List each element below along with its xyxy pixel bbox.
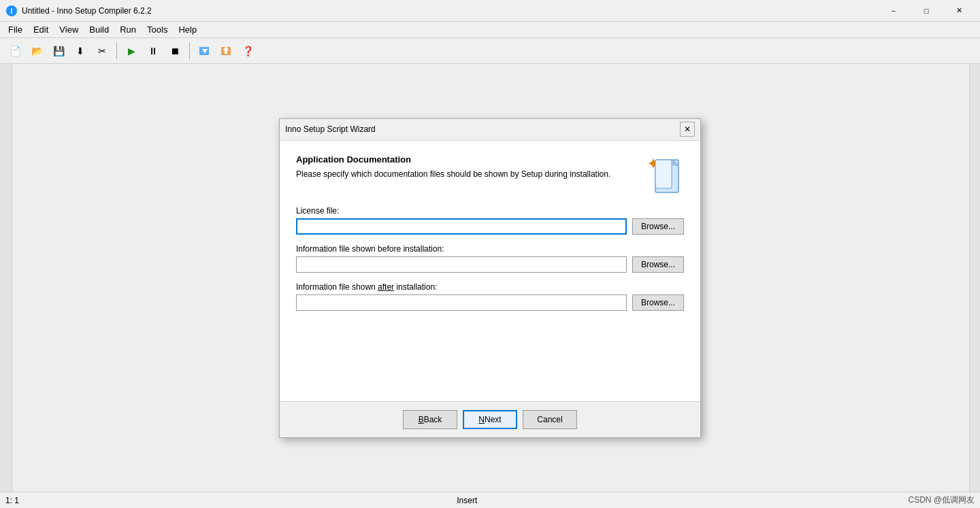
cursor-position: 1: 1 — [5, 496, 457, 505]
back-button[interactable]: BBack — [403, 410, 457, 429]
window-controls: − □ ✕ — [878, 0, 975, 22]
edit-mode: Insert — [457, 496, 908, 505]
dialog-content: Application Documentation Please specify… — [280, 141, 700, 401]
dialog-header: Application Documentation Please specify… — [296, 154, 684, 195]
dialog: Inno Setup Script Wizard ✕ Application D… — [279, 118, 701, 438]
toolbar-compile[interactable] — [195, 41, 214, 61]
toolbar-cut[interactable]: ✂ — [93, 41, 112, 61]
maximize-button[interactable]: □ — [911, 0, 942, 22]
after-label: Information file shown after installatio… — [296, 282, 684, 292]
toolbar-save[interactable]: 💾 — [49, 41, 68, 61]
toolbar-help[interactable]: ❓ — [238, 41, 257, 61]
menu-help[interactable]: Help — [173, 23, 202, 36]
dialog-close-button[interactable]: ✕ — [680, 122, 695, 137]
svg-rect-6 — [225, 50, 227, 54]
toolbar-saveas[interactable]: ⬇ — [71, 41, 90, 61]
main-area: Inno Setup Script Wizard ✕ Application D… — [0, 64, 980, 492]
toolbar-pause[interactable]: ⏸ — [144, 41, 163, 61]
after-input[interactable] — [296, 294, 627, 311]
minimize-button[interactable]: − — [878, 0, 909, 22]
license-field-group: License file: Browse... — [296, 206, 684, 235]
toolbar-open[interactable]: 📂 — [27, 41, 46, 61]
license-label: License file: — [296, 206, 684, 216]
title-bar: I Untitled - Inno Setup Compiler 6.2.2 −… — [0, 0, 980, 22]
dialog-title: Inno Setup Script Wizard — [285, 124, 680, 134]
close-button[interactable]: ✕ — [943, 0, 975, 22]
before-input[interactable] — [296, 256, 627, 273]
dialog-description: Please specify which documentation files… — [296, 169, 647, 180]
toolbar-new[interactable]: 📄 — [5, 41, 24, 61]
doc-icon — [654, 158, 684, 195]
menu-edit[interactable]: Edit — [28, 23, 54, 36]
before-field-row: Browse... — [296, 256, 684, 273]
svg-text:I: I — [11, 7, 13, 15]
dialog-overlay: Inno Setup Script Wizard ✕ Application D… — [0, 64, 980, 492]
before-label: Information file shown before installati… — [296, 244, 684, 254]
next-button[interactable]: NNext — [463, 410, 517, 429]
svg-rect-8 — [655, 160, 672, 188]
browse2-button[interactable]: Browse... — [632, 256, 684, 273]
menu-bar: File Edit View Build Run Tools Help — [0, 22, 980, 38]
menu-run[interactable]: Run — [114, 23, 142, 36]
menu-view[interactable]: View — [54, 23, 84, 36]
license-field-row: Browse... — [296, 218, 684, 235]
app-icon: I — [5, 5, 18, 17]
after-field-row: Browse... — [296, 294, 684, 311]
dialog-header-text: Application Documentation Please specify… — [296, 154, 647, 180]
menu-build[interactable]: Build — [84, 23, 114, 36]
after-field-group: Information file shown after installatio… — [296, 282, 684, 311]
toolbar-upload[interactable] — [216, 41, 235, 61]
toolbar-separator-2 — [189, 43, 190, 59]
dialog-heading: Application Documentation — [296, 154, 647, 165]
license-input[interactable] — [296, 218, 627, 235]
toolbar-stop[interactable]: ⏹ — [165, 41, 184, 61]
browse1-button[interactable]: Browse... — [632, 218, 684, 235]
dialog-titlebar: Inno Setup Script Wizard ✕ — [280, 119, 700, 141]
dialog-footer: BBack NNext Cancel — [280, 401, 700, 437]
cancel-button[interactable]: Cancel — [523, 410, 577, 429]
browse3-button[interactable]: Browse... — [632, 294, 684, 311]
menu-file[interactable]: File — [3, 23, 28, 36]
wizard-icon: ✦ — [647, 154, 684, 195]
watermark: CSDN @低调网友 — [908, 494, 975, 506]
before-field-group: Information file shown before installati… — [296, 244, 684, 273]
toolbar: 📄 📂 💾 ⬇ ✂ ▶ ⏸ ⏹ ❓ — [0, 38, 980, 64]
toolbar-separator-1 — [116, 43, 117, 59]
toolbar-run[interactable]: ▶ — [122, 41, 141, 61]
status-bar: 1: 1 Insert CSDN @低调网友 — [0, 492, 980, 508]
menu-tools[interactable]: Tools — [142, 23, 173, 36]
window-title: Untitled - Inno Setup Compiler 6.2.2 — [22, 6, 878, 16]
